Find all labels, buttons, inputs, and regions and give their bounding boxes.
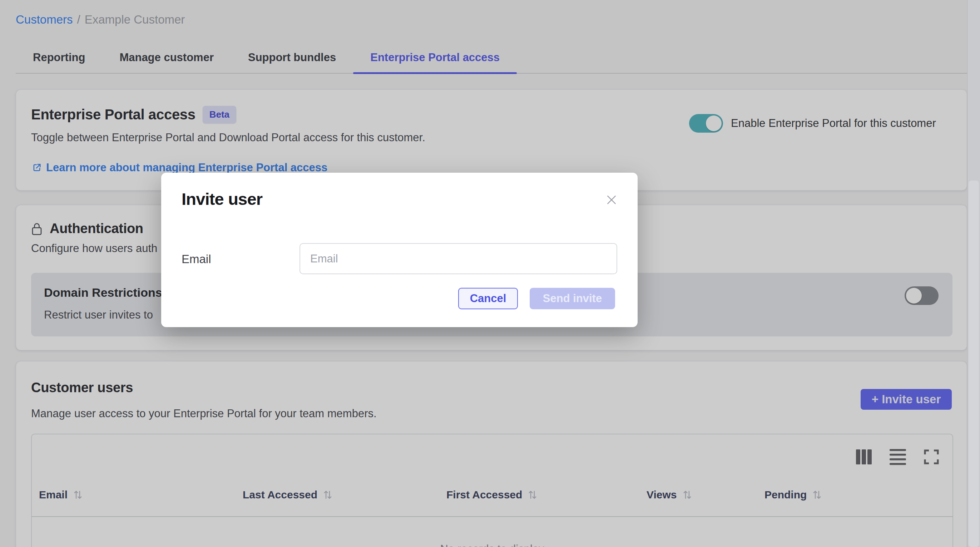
invite-user-modal: Invite user Email Cancel Send invite bbox=[161, 173, 638, 327]
vertical-scrollbar[interactable] bbox=[967, 0, 980, 547]
email-field[interactable] bbox=[299, 243, 617, 274]
modal-title: Invite user bbox=[181, 189, 262, 209]
close-icon[interactable] bbox=[602, 191, 621, 209]
send-invite-button[interactable]: Send invite bbox=[530, 288, 615, 309]
email-label: Email bbox=[181, 252, 211, 266]
scrollbar-thumb[interactable] bbox=[969, 180, 979, 547]
cancel-button[interactable]: Cancel bbox=[458, 288, 518, 309]
page: Customers/Example Customer Reporting Man… bbox=[0, 0, 980, 547]
